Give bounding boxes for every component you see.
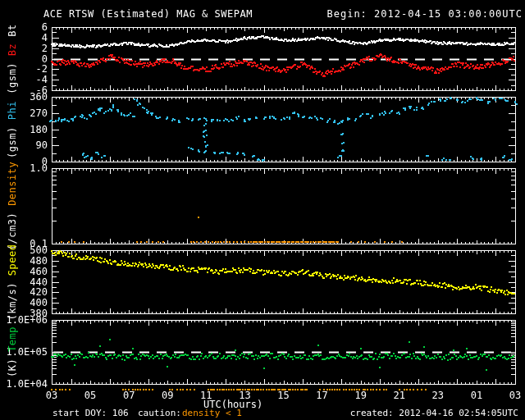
x-tick-label: 21 [387, 391, 412, 400]
y-axis-title-part: (K) [7, 358, 18, 377]
y-axis-title-part: Bt [7, 24, 18, 36]
x-tick-label: 07 [116, 391, 141, 400]
x-tick-label: 13 [232, 391, 257, 400]
start-doy-label: start DOY: 106 [52, 409, 129, 418]
y-axis-title-mag: (gsm)BzBt [7, 21, 18, 98]
chart-canvas [0, 0, 525, 420]
y-axis-title-part: Density [7, 162, 18, 206]
x-tick-label: 19 [349, 391, 373, 400]
caution-value: density < 1 [182, 409, 242, 418]
y-axis-title-part: Bz [7, 43, 18, 55]
y-axis-title-phi: (gsm)Phi [7, 98, 18, 162]
created-timestamp: created: 2012-04-16 02:54:05UTC [350, 409, 518, 418]
x-tick-label: 01 [464, 391, 489, 400]
y-axis-title-part: (gsm) [7, 62, 18, 94]
y-axis-title-density: (/cm3)Density [7, 158, 18, 253]
page-title: ACE RTSW (Estimated) MAG & SWEPAM [43, 10, 253, 19]
caution-label: caution: [138, 409, 181, 418]
x-tick-label: 05 [78, 391, 103, 400]
y-axis-title-speed: (km/s)Speed [7, 240, 18, 323]
y-axis-title-part: Phi [7, 101, 18, 120]
y-axis-title-part: (gsm) [7, 126, 18, 158]
y-axis-title-part: Speed [7, 244, 18, 276]
x-tick-label: 11 [194, 391, 218, 400]
x-tick-label: 03 [39, 391, 64, 400]
y-axis-title-part: Temp [7, 326, 18, 352]
begin-timestamp: Begin: 2012-04-15 03:00:00UTC [326, 10, 523, 19]
x-tick-label: 09 [155, 391, 180, 400]
x-tick-label: 17 [310, 391, 335, 400]
ace-rtsw-plot: ACE RTSW (Estimated) MAG & SWEPAM Begin:… [0, 0, 525, 420]
y-tick-label: 1.0E+04 [0, 380, 48, 388]
y-axis-title-temp: (K)Temp [7, 323, 18, 381]
x-tick-label: 23 [426, 391, 450, 400]
x-tick-label: 03 [503, 391, 525, 400]
x-tick-label: 15 [272, 391, 296, 400]
